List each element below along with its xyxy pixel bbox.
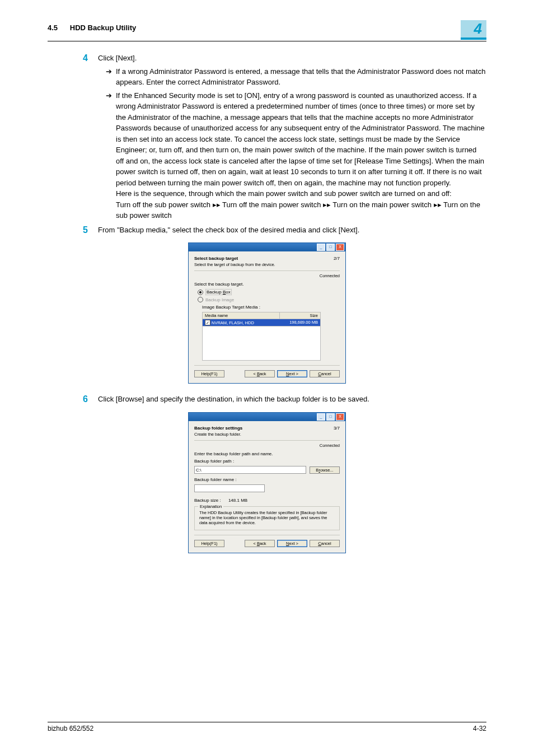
cancel-button[interactable]: Cancel — [310, 540, 340, 547]
header-left: 4.5 HDD Backup Utility — [48, 24, 136, 40]
dialog-2-body: Backup folder settings Create the backup… — [189, 421, 345, 553]
next-button[interactable]: Next > — [277, 540, 307, 547]
radio-checked-icon — [198, 290, 203, 295]
col-size: Size — [280, 312, 320, 319]
back-button[interactable]: < Back — [245, 370, 275, 377]
step-6-number: 6 — [48, 394, 98, 405]
step-5-text: From "Backup media," select the check bo… — [98, 225, 486, 236]
step-4-bullet-2b: Here is the sequence, through which the … — [116, 189, 452, 198]
dialog-2-title: Backup folder settings — [194, 426, 242, 431]
dialog-2-buttons: Help(F1) < Back Next > Cancel — [194, 535, 340, 547]
media-table-empty — [202, 326, 321, 361]
dialog-1-subtitle: Select the target of backup from the dev… — [194, 262, 275, 267]
step-4: 4 Click [Next]. If a wrong Administrator… — [48, 53, 486, 221]
explanation-legend: Explanation — [198, 504, 223, 509]
dialog-1-wrap: _ □ X Select backup target Select the ta… — [48, 242, 486, 384]
step-4-bullet-2: If the Enhanced Security mode is set to … — [106, 90, 486, 221]
media-table-header: Media name Size — [202, 312, 321, 319]
path-input[interactable]: C:\ — [194, 466, 306, 474]
radio-backup-image[interactable]: Backup Image — [198, 297, 340, 302]
minimize-icon[interactable]: _ — [317, 413, 325, 421]
backup-folder-settings-dialog: _ □ X Backup folder settings Create the … — [188, 412, 346, 553]
step-4-bullet-2c: Turn off the sub power switch ▸▸ Turn of… — [116, 200, 480, 220]
step-4-bullet-2a: If the Enhanced Security mode is set to … — [116, 91, 485, 187]
media-name-text: NVRAM, FLASH, HDD — [212, 320, 254, 325]
dialog-2-step: 3/7 — [334, 426, 340, 437]
dialog-1-header: Select backup target Select the target o… — [194, 256, 340, 271]
step-4-number: 4 — [48, 53, 98, 221]
path-label: Backup folder path : — [194, 459, 340, 464]
chapter-number: 4 — [461, 20, 486, 40]
cancel-button[interactable]: Cancel — [310, 370, 340, 377]
name-input[interactable] — [194, 484, 265, 492]
close-icon[interactable]: X — [336, 413, 344, 421]
media-row-size: 198,689.00 MB — [279, 319, 320, 326]
maximize-icon[interactable]: □ — [326, 413, 335, 421]
dialog-2-title-block: Backup folder settings Create the backup… — [194, 426, 242, 437]
media-table-label: Image Backup Target Media : — [202, 305, 340, 310]
size-row: Backup size : 148.1 MB — [194, 498, 340, 503]
size-value: 148.1 MB — [228, 498, 247, 503]
back-button[interactable]: < Back — [245, 540, 275, 547]
explanation-text: The HDD Backup Utility creates the folde… — [199, 510, 335, 525]
step-4-bullet-1-text: If a wrong Administrator Password is ent… — [116, 66, 486, 88]
step-5-number: 5 — [48, 225, 98, 236]
radio-backup-image-label: Backup Image — [205, 297, 234, 302]
select-backup-target-dialog: _ □ X Select backup target Select the ta… — [188, 242, 346, 384]
dialog-1-title: Select backup target — [194, 256, 275, 261]
col-media-name: Media name — [203, 312, 280, 319]
dialog-2-subtitle: Create the backup folder. — [194, 432, 242, 437]
dialog-2-titlebar: _ □ X — [189, 413, 345, 421]
footer-left: bizhub 652/552 — [48, 725, 93, 732]
checkbox-checked-icon[interactable]: ✓ — [205, 320, 210, 325]
name-label: Backup folder name : — [194, 477, 340, 482]
page-header: 4.5 HDD Backup Utility 4 — [48, 24, 486, 41]
media-row-name: ✓ NVRAM, FLASH, HDD — [203, 319, 279, 326]
radio-backup-box-label: Backup Box — [205, 289, 232, 295]
maximize-icon[interactable]: □ — [326, 244, 335, 251]
browse-button[interactable]: Browse... — [310, 466, 340, 474]
dialog-1-body: Select backup target Select the target o… — [189, 251, 345, 383]
step-5: 5 From "Backup media," select the check … — [48, 225, 486, 236]
path-row: C:\ Browse... — [194, 466, 340, 474]
step-6-text: Click [Browse] and specify the destinati… — [98, 394, 486, 405]
select-target-label: Select the backup target. — [194, 282, 340, 287]
content-area: 4 Click [Next]. If a wrong Administrator… — [48, 53, 486, 553]
nav-button-group-2: < Back Next > Cancel — [245, 540, 340, 547]
dialog-2-wrap: _ □ X Backup folder settings Create the … — [48, 412, 486, 553]
dialog-1-step: 2/7 — [334, 256, 340, 267]
size-label: Backup size : — [194, 498, 221, 503]
arrow-icon — [106, 66, 116, 88]
section-title: HDD Backup Utility — [70, 24, 136, 32]
footer-right: 4-32 — [473, 725, 486, 732]
connected-label: Connected — [194, 273, 340, 278]
arrow-icon — [106, 90, 116, 221]
step-4-body: Click [Next]. If a wrong Administrator P… — [98, 53, 486, 221]
radio-unchecked-icon — [198, 297, 203, 302]
close-icon[interactable]: X — [336, 244, 344, 251]
media-table-row[interactable]: ✓ NVRAM, FLASH, HDD 198,689.00 MB — [202, 319, 321, 326]
section-number: 4.5 — [48, 24, 58, 32]
help-button[interactable]: Help(F1) — [194, 540, 224, 547]
dialog-1-titlebar: _ □ X — [189, 243, 345, 251]
step-4-bullet-2-text: If the Enhanced Security mode is set to … — [116, 90, 486, 221]
page-footer: bizhub 652/552 4-32 — [48, 722, 486, 732]
dialog-1-buttons: Help(F1) < Back Next > Cancel — [194, 365, 340, 377]
step-6: 6 Click [Browse] and specify the destina… — [48, 394, 486, 405]
step-4-text: Click [Next]. — [98, 54, 137, 62]
minimize-icon[interactable]: _ — [317, 244, 325, 251]
nav-button-group: < Back Next > Cancel — [245, 370, 340, 377]
dialog-1-title-block: Select backup target Select the target o… — [194, 256, 275, 267]
intro-label: Enter the backup folder path and name. — [194, 451, 340, 456]
radio-backup-box[interactable]: Backup Box — [198, 289, 340, 295]
connected-label-2: Connected — [194, 443, 340, 448]
next-button[interactable]: Next > — [277, 370, 307, 377]
explanation-fieldset: Explanation The HDD Backup Utility creat… — [194, 506, 340, 530]
step-4-bullet-1: If a wrong Administrator Password is ent… — [106, 66, 486, 88]
dialog-2-header: Backup folder settings Create the backup… — [194, 426, 340, 441]
help-button[interactable]: Help(F1) — [194, 370, 224, 377]
